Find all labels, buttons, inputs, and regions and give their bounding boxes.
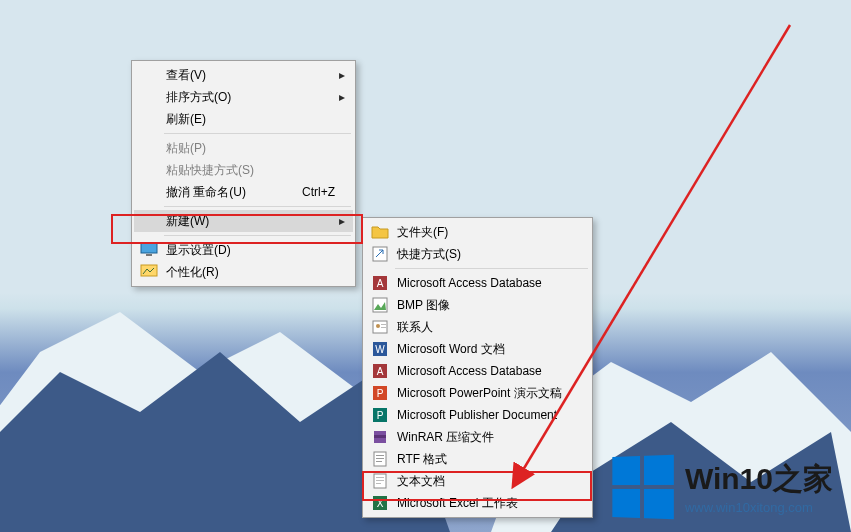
menu-label: 快捷方式(S) (397, 247, 461, 261)
word-icon: W (371, 340, 389, 358)
new-rtf[interactable]: RTF 格式 (365, 448, 590, 470)
svg-text:W: W (375, 344, 385, 355)
brand-url: www.win10xitong.com (685, 500, 833, 515)
separator (395, 268, 588, 269)
svg-rect-15 (381, 327, 386, 328)
menu-label: Microsoft Publisher Document (397, 408, 557, 422)
folder-icon (371, 223, 389, 241)
menu-label: WinRAR 压缩文件 (397, 430, 494, 444)
new-publisher[interactable]: PMicrosoft Publisher Document (365, 404, 590, 426)
menu-label: 排序方式(O) (166, 90, 231, 104)
brand-title: Win10之家 (685, 459, 833, 500)
new-winrar[interactable]: WinRAR 压缩文件 (365, 426, 590, 448)
menu-label: Microsoft PowerPoint 演示文稿 (397, 386, 562, 400)
new-shortcut[interactable]: 快捷方式(S) (365, 243, 590, 265)
new-folder[interactable]: 文件夹(F) (365, 221, 590, 243)
new-access-db-2[interactable]: AMicrosoft Access Database (365, 360, 590, 382)
desktop-context-menu: 查看(V)▸ 排序方式(O)▸ 刷新(E) 粘贴(P) 粘贴快捷方式(S) 撤消… (131, 60, 356, 287)
svg-rect-25 (374, 435, 386, 438)
windows-logo-icon (612, 455, 673, 519)
separator (164, 133, 351, 134)
new-bmp[interactable]: BMP 图像 (365, 294, 590, 316)
menu-label: 粘贴(P) (166, 141, 206, 155)
svg-rect-7 (373, 247, 387, 261)
access-icon: A (371, 274, 389, 292)
menu-label: 撤消 重命名(U) (166, 185, 246, 199)
svg-text:A: A (377, 278, 384, 289)
new-access-db[interactable]: AMicrosoft Access Database (365, 272, 590, 294)
menu-personalize[interactable]: 个性化(R) (134, 261, 353, 283)
new-word[interactable]: WMicrosoft Word 文档 (365, 338, 590, 360)
menu-label: 刷新(E) (166, 112, 206, 126)
menu-label: 显示设置(D) (166, 243, 231, 257)
menu-label: Microsoft Access Database (397, 276, 542, 290)
menu-label: 粘贴快捷方式(S) (166, 163, 254, 177)
menu-refresh[interactable]: 刷新(E) (134, 108, 353, 130)
svg-text:A: A (377, 366, 384, 377)
svg-rect-28 (376, 458, 384, 459)
menu-label: 文件夹(F) (397, 225, 448, 239)
svg-text:P: P (377, 388, 384, 399)
separator (164, 206, 351, 207)
menu-label: BMP 图像 (397, 298, 450, 312)
menu-shortcut: Ctrl+Z (302, 181, 335, 203)
shortcut-icon (371, 245, 389, 263)
rtf-icon (371, 450, 389, 468)
svg-rect-4 (141, 243, 157, 253)
chevron-right-icon: ▸ (339, 64, 345, 86)
svg-rect-14 (381, 324, 386, 325)
menu-label: RTF 格式 (397, 452, 447, 466)
svg-rect-27 (376, 455, 384, 456)
winrar-icon (371, 428, 389, 446)
annotation-box-new (111, 214, 363, 244)
new-powerpoint[interactable]: PMicrosoft PowerPoint 演示文稿 (365, 382, 590, 404)
publisher-icon: P (371, 406, 389, 424)
menu-label: 联系人 (397, 320, 433, 334)
powerpoint-icon: P (371, 384, 389, 402)
svg-rect-5 (146, 254, 152, 256)
menu-paste-shortcut: 粘贴快捷方式(S) (134, 159, 353, 181)
brand-watermark: Win10之家 www.win10xitong.com (611, 456, 833, 518)
bmp-icon (371, 296, 389, 314)
menu-label: Microsoft Access Database (397, 364, 542, 378)
contact-icon (371, 318, 389, 336)
new-contact[interactable]: 联系人 (365, 316, 590, 338)
menu-label: 个性化(R) (166, 265, 219, 279)
menu-label: Microsoft Word 文档 (397, 342, 505, 356)
menu-undo-rename[interactable]: 撤消 重命名(U)Ctrl+Z (134, 181, 353, 203)
personalize-icon (140, 263, 158, 281)
menu-paste: 粘贴(P) (134, 137, 353, 159)
access-icon: A (371, 362, 389, 380)
svg-text:P: P (377, 410, 384, 421)
menu-view[interactable]: 查看(V)▸ (134, 64, 353, 86)
menu-sort[interactable]: 排序方式(O)▸ (134, 86, 353, 108)
menu-label: 查看(V) (166, 68, 206, 82)
chevron-right-icon: ▸ (339, 86, 345, 108)
svg-rect-29 (376, 461, 382, 462)
svg-point-13 (376, 324, 380, 328)
annotation-box-text (362, 471, 592, 501)
